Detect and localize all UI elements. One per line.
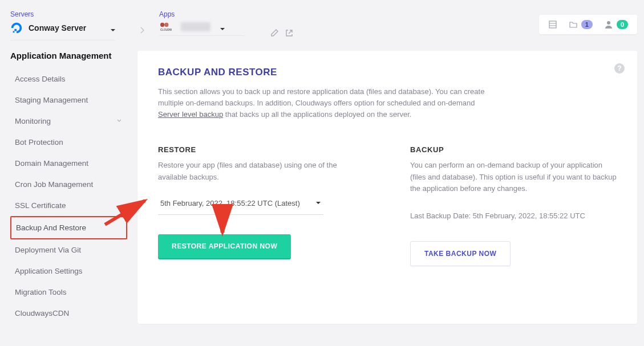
apps-label: Apps <box>159 10 245 18</box>
sidebar-item-cloudways-cdn[interactable]: CloudwaysCDN <box>10 303 127 324</box>
servers-breadcrumb: Servers Conway Server <box>10 10 116 40</box>
digitalocean-icon <box>10 22 23 34</box>
sidebar-item-label: Bot Protection <box>15 138 63 146</box>
server-selector[interactable]: Conway Server <box>10 22 116 40</box>
panel-desc-text: This section allows you to back up and r… <box>158 87 484 107</box>
sidebar: Application Management Access Details St… <box>10 51 127 324</box>
projects-badge: 1 <box>581 20 593 29</box>
sidebar-item-backup-and-restore[interactable]: Backup And Restore <box>10 216 127 239</box>
chevron-right-icon <box>140 26 144 35</box>
main-panel: ? BACKUP AND RESTORE This section allows… <box>137 51 637 324</box>
sidebar-item-label: CloudwaysCDN <box>15 309 69 317</box>
restore-section: RESTORE Restore your app (files and data… <box>158 145 364 266</box>
sidebar-item-label: Cron Job Management <box>15 180 93 189</box>
list-view-icon[interactable] <box>548 20 557 29</box>
restore-heading: RESTORE <box>158 145 364 154</box>
sidebar-item-domain-management[interactable]: Domain Management <box>10 153 127 174</box>
sidebar-item-cron-job-management[interactable]: Cron Job Management <box>10 174 127 195</box>
svg-rect-1 <box>13 31 15 33</box>
sidebar-item-label: Deployment Via Git <box>15 246 81 254</box>
restore-text: Restore your app (files and database) us… <box>158 160 364 182</box>
backup-select[interactable]: 5th February, 2022, 18:55:22 UTC (Latest… <box>158 194 323 215</box>
sidebar-item-ssl-certificate[interactable]: SSL Certificate <box>10 195 127 216</box>
sidebar-item-access-details[interactable]: Access Details <box>10 68 127 89</box>
header-actions: 1 0 <box>539 15 637 34</box>
chevron-down-icon <box>116 117 123 125</box>
svg-text:CLOUDWAYS: CLOUDWAYS <box>160 29 172 31</box>
apps-breadcrumb: Apps CLOUDWAYS <box>159 10 245 36</box>
server-name: Conway Server <box>29 23 86 32</box>
sidebar-item-staging-management[interactable]: Staging Management <box>10 89 127 111</box>
caret-down-icon <box>220 24 225 30</box>
sidebar-item-label: Staging Management <box>15 96 88 104</box>
sidebar-item-application-settings[interactable]: Application Settings <box>10 260 127 282</box>
app-name-blurred <box>181 22 210 31</box>
last-backup-date: Last Backup Date: 5th February, 2022, 18… <box>410 210 617 222</box>
sidebar-item-label: Monitoring <box>15 117 51 125</box>
svg-rect-0 <box>14 29 17 31</box>
sidebar-item-label: Domain Management <box>15 159 88 168</box>
edit-icon[interactable] <box>270 29 279 38</box>
app-selector[interactable]: CLOUDWAYS <box>159 22 245 36</box>
panel-desc-text: that backs up all the applications deplo… <box>225 110 412 119</box>
backup-section: BACKUP You can perform an on-demand back… <box>410 145 617 266</box>
sidebar-item-label: Access Details <box>15 75 66 83</box>
servers-label: Servers <box>10 10 116 18</box>
caret-down-icon <box>110 25 116 31</box>
restore-application-button[interactable]: RESTORE APPLICATION NOW <box>158 234 291 258</box>
sidebar-title: Application Management <box>10 51 127 60</box>
sidebar-item-label: Application Settings <box>15 267 83 275</box>
projects-icon[interactable]: 1 <box>569 20 593 29</box>
sidebar-item-bot-protection[interactable]: Bot Protection <box>10 132 127 153</box>
team-badge: 0 <box>617 20 628 29</box>
server-level-backup-link[interactable]: Server level backup <box>158 110 223 119</box>
svg-point-2 <box>160 23 164 27</box>
backup-text: You can perform an on-demand backup of y… <box>410 160 617 194</box>
panel-title: BACKUP AND RESTORE <box>158 67 617 78</box>
backup-heading: BACKUP <box>410 145 617 154</box>
sidebar-item-deployment-via-git[interactable]: Deployment Via Git <box>10 239 127 260</box>
svg-rect-5 <box>549 21 556 28</box>
sidebar-item-monitoring[interactable]: Monitoring <box>10 111 127 132</box>
app-platform-icon: CLOUDWAYS <box>159 22 172 32</box>
backup-select-value: 5th February, 2022, 18:55:22 UTC (Latest… <box>160 199 300 207</box>
caret-down-icon <box>315 199 321 207</box>
sidebar-item-label: Backup And Restore <box>16 223 86 232</box>
sidebar-item-label: SSL Certificate <box>15 201 66 210</box>
help-icon[interactable]: ? <box>614 63 625 74</box>
team-icon[interactable]: 0 <box>604 20 628 29</box>
panel-description: This section allows you to back up and r… <box>158 86 489 120</box>
sidebar-item-label: Migration Tools <box>15 288 67 296</box>
external-link-icon[interactable] <box>285 29 294 38</box>
svg-point-8 <box>607 21 610 25</box>
take-backup-button[interactable]: TAKE BACKUP NOW <box>410 241 511 266</box>
svg-point-3 <box>164 23 168 27</box>
sidebar-item-migration-tools[interactable]: Migration Tools <box>10 282 127 303</box>
